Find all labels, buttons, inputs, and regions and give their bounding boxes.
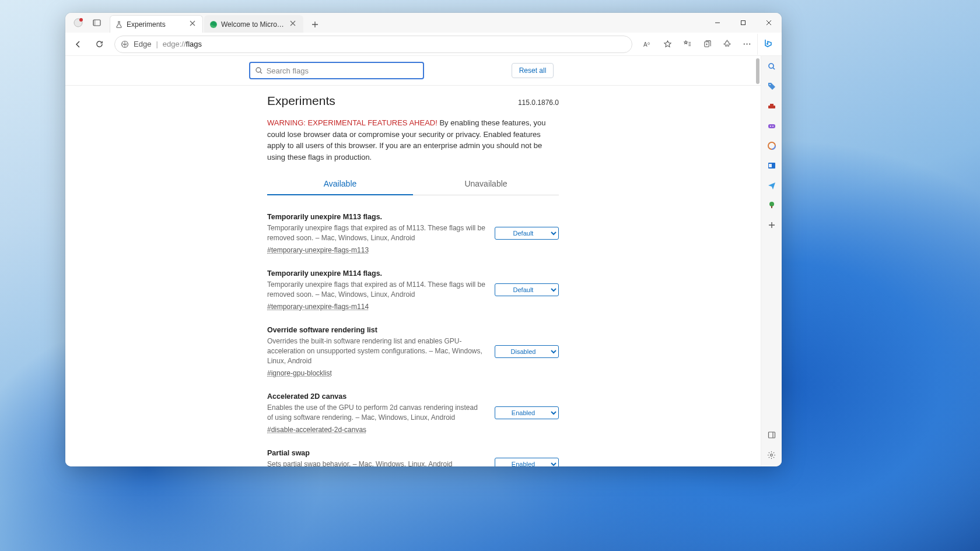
add-sidebar-button[interactable]	[766, 219, 778, 231]
search-sidebar-icon[interactable]	[766, 61, 778, 72]
minimize-button[interactable]	[705, 13, 730, 33]
svg-point-10	[746, 43, 747, 44]
send-icon[interactable]	[766, 180, 778, 191]
svg-rect-16	[770, 104, 774, 106]
menu-button[interactable]	[737, 35, 756, 54]
edge-icon	[209, 20, 218, 29]
site-identity-icon[interactable]	[121, 40, 129, 48]
close-icon[interactable]	[290, 20, 298, 29]
tab-welcome[interactable]: Welcome to Microsoft Edge Canary	[204, 15, 303, 33]
page-title: Experiments	[267, 94, 335, 108]
flag-anchor-link[interactable]: #ignore-gpu-blocklist	[267, 369, 332, 377]
flag-anchor-link[interactable]: #disable-accelerated-2d-canvas	[267, 426, 366, 434]
flag-row: Temporarily unexpire M114 flags.Temporar…	[267, 264, 559, 320]
flag-row: Accelerated 2D canvasEnables the use of …	[267, 387, 559, 443]
svg-point-1	[79, 18, 83, 22]
maximize-button[interactable]	[730, 13, 756, 33]
flag-state-select[interactable]: DefaultEnabledDisabled	[495, 227, 559, 240]
favorites-bar-button[interactable]	[678, 35, 696, 54]
browser-window: Experiments Welcome to Microsoft Edge Ca…	[65, 13, 782, 466]
refresh-button[interactable]	[90, 35, 108, 54]
tab-unavailable[interactable]: Unavailable	[413, 173, 559, 195]
flask-icon	[115, 20, 123, 29]
tab-available[interactable]: Available	[267, 173, 413, 195]
hide-sidebar-icon[interactable]	[766, 429, 778, 441]
flag-description: Enables the use of the GPU to perform 2d…	[267, 403, 485, 423]
address-bar[interactable]: Edge | edge://flags	[114, 36, 632, 53]
flag-description: Sets partial swap behavior. – Mac, Windo…	[267, 459, 485, 466]
svg-point-24	[769, 202, 774, 206]
version-text: 115.0.1876.0	[518, 99, 559, 107]
profile-button[interactable]	[70, 15, 86, 31]
address-separator: |	[156, 40, 158, 48]
svg-point-14	[769, 84, 771, 85]
scrollbar-thumb[interactable]	[756, 58, 760, 84]
outlook-icon[interactable]	[766, 160, 778, 171]
flag-state-select[interactable]: DefaultEnabledDisabled	[495, 283, 559, 296]
search-flags-input[interactable]: Search flags	[249, 62, 424, 79]
svg-rect-23	[769, 164, 772, 167]
flag-title: Temporarily unexpire M113 flags.	[267, 213, 485, 221]
page-content: Search flags Reset all Experiments 115.0…	[65, 56, 761, 466]
svg-point-9	[743, 43, 744, 44]
svg-point-19	[772, 126, 774, 127]
bing-chat-button[interactable]	[757, 34, 778, 55]
tab-actions-button[interactable]	[89, 15, 105, 31]
search-icon	[255, 66, 263, 75]
new-tab-button[interactable]	[307, 16, 323, 33]
flag-anchor-link[interactable]: #temporary-unexpire-flags-m113	[267, 246, 369, 254]
address-path: edge://flags	[163, 40, 202, 48]
svg-point-12	[256, 68, 261, 72]
flag-description: Temporarily unexpire flags that expired …	[267, 223, 485, 244]
m365-icon[interactable]	[766, 140, 778, 152]
svg-point-11	[749, 43, 750, 44]
flag-title: Partial swap	[267, 449, 485, 457]
close-icon[interactable]	[190, 20, 198, 29]
experiments-tabs: Available Unavailable	[267, 173, 559, 195]
svg-rect-15	[768, 106, 775, 108]
flag-row: Override software rendering listOverride…	[267, 320, 559, 387]
svg-rect-17	[768, 124, 775, 128]
toolbar: Edge | edge://flags A⁰	[65, 33, 782, 56]
svg-point-27	[771, 454, 773, 456]
flag-list: Temporarily unexpire M113 flags.Temporar…	[267, 207, 559, 466]
collections-button[interactable]	[698, 35, 716, 54]
tools-icon[interactable]	[766, 100, 778, 112]
svg-text:A⁰: A⁰	[643, 41, 650, 48]
flag-title: Temporarily unexpire M114 flags.	[267, 269, 485, 278]
tab-strip: Experiments Welcome to Microsoft Edge Ca…	[110, 13, 705, 33]
tab-label: Experiments	[127, 20, 186, 29]
tree-icon[interactable]	[766, 199, 778, 211]
svg-point-18	[770, 126, 771, 127]
shopping-tag-icon[interactable]	[766, 80, 778, 92]
address-sitename: Edge	[134, 40, 151, 48]
back-button[interactable]	[69, 35, 88, 54]
flag-row: Temporarily unexpire M113 flags.Temporar…	[267, 207, 559, 264]
search-placeholder: Search flags	[267, 66, 309, 75]
svg-point-13	[769, 64, 774, 68]
flag-description: Overrides the built-in software renderin…	[267, 336, 485, 367]
svg-rect-26	[768, 432, 775, 438]
close-window-button[interactable]	[756, 13, 782, 33]
flag-anchor-link[interactable]: #temporary-unexpire-flags-m114	[267, 303, 369, 311]
flag-state-select[interactable]: DefaultEnabledDisabled	[495, 345, 559, 358]
flag-title: Accelerated 2D canvas	[267, 392, 485, 401]
read-aloud-button[interactable]: A⁰	[638, 35, 657, 54]
svg-rect-5	[741, 21, 746, 25]
svg-rect-25	[771, 206, 772, 208]
window-controls	[705, 13, 782, 33]
flag-title: Override software rendering list	[267, 326, 485, 334]
flag-state-select[interactable]: DefaultEnabledDisabled	[495, 458, 559, 466]
favorite-button[interactable]	[658, 35, 677, 54]
reset-all-button[interactable]: Reset all	[512, 63, 554, 78]
settings-icon[interactable]	[766, 449, 778, 461]
warning-text: WARNING: EXPERIMENTAL FEATURES AHEAD! By…	[267, 117, 559, 163]
flag-state-select[interactable]: DefaultEnabledDisabled	[495, 406, 559, 419]
tab-experiments[interactable]: Experiments	[110, 15, 203, 33]
extensions-button[interactable]	[718, 35, 736, 54]
flag-description: Temporarily unexpire flags that expired …	[267, 280, 485, 300]
warning-prefix: WARNING: EXPERIMENTAL FEATURES AHEAD!	[267, 118, 438, 127]
edge-sidebar	[761, 56, 782, 466]
games-icon[interactable]	[766, 120, 778, 132]
flag-row: Partial swapSets partial swap behavior. …	[267, 443, 559, 466]
